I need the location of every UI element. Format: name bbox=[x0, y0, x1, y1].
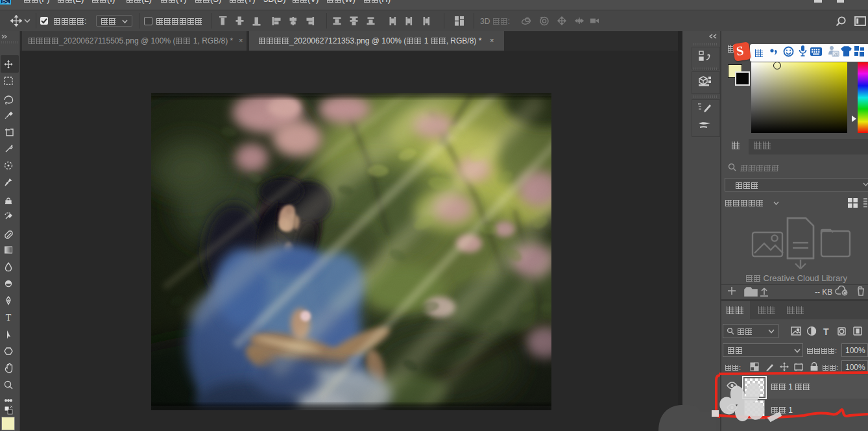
svg-text:T: T bbox=[6, 313, 12, 323]
svg-text:-- KB: -- KB bbox=[815, 288, 832, 297]
svg-text:T: T bbox=[823, 326, 829, 337]
